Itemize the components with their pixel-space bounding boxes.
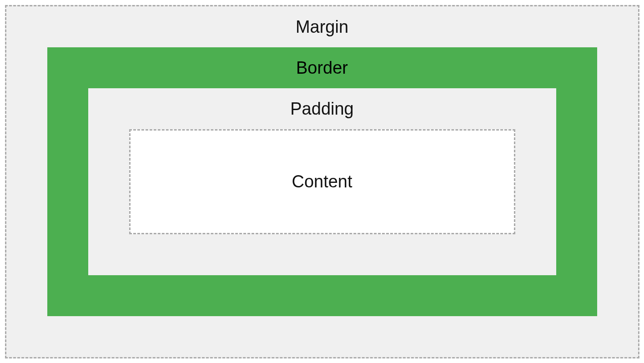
border-label: Border bbox=[88, 47, 556, 88]
padding-layer: Padding Content bbox=[88, 88, 556, 275]
margin-label: Margin bbox=[47, 6, 597, 47]
border-layer: Border Padding Content bbox=[47, 47, 597, 316]
content-layer: Content bbox=[129, 129, 515, 234]
padding-label: Padding bbox=[129, 88, 515, 129]
content-label: Content bbox=[292, 172, 352, 192]
margin-layer: Margin Border Padding Content bbox=[5, 5, 639, 358]
